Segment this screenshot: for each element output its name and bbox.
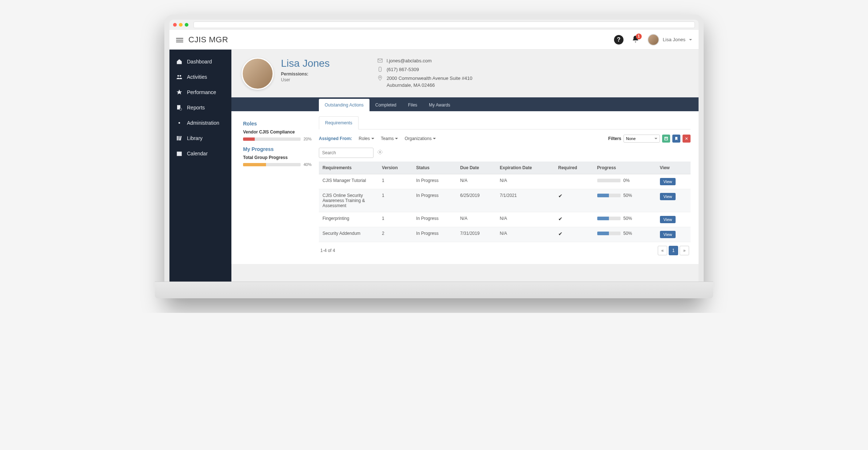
dropdown-teams[interactable]: Teams (381, 136, 398, 141)
filter-clear-button[interactable] (683, 135, 691, 143)
cell-name: CJIS Online Security Awareness Training … (319, 189, 378, 212)
svg-rect-10 (379, 67, 382, 71)
svg-point-4 (179, 122, 180, 124)
col-expiration-date[interactable]: Expiration Date (496, 162, 555, 174)
col-requirements[interactable]: Requirements (319, 162, 378, 174)
svg-rect-9 (378, 59, 382, 62)
tab-files[interactable]: Files (402, 99, 423, 111)
filter-bookmark-button[interactable] (672, 135, 680, 143)
pager-prev[interactable]: « (658, 246, 667, 255)
filter-save-button[interactable] (662, 135, 670, 143)
sidebar-item-label: Library (187, 135, 203, 141)
cell-view: View (656, 212, 691, 227)
col-status[interactable]: Status (413, 162, 457, 174)
cell-version: 1 (378, 174, 413, 189)
tab-outstanding-actions[interactable]: Outstanding Actions (319, 99, 370, 111)
people-icon (176, 74, 183, 80)
view-button[interactable]: View (660, 178, 676, 185)
sidebar-item-administration[interactable]: Administration (169, 115, 231, 131)
search-input[interactable] (319, 148, 374, 158)
cell-progress: 50% (594, 227, 656, 242)
home-icon (176, 58, 183, 65)
cell-version: 2 (378, 227, 413, 242)
svg-point-13 (379, 151, 381, 153)
subtab-requirements[interactable]: Requirements (319, 116, 359, 129)
url-bar[interactable] (193, 22, 695, 28)
star-icon (176, 89, 183, 96)
chevron-down-icon (654, 138, 657, 141)
cell-status: In Progress (413, 174, 457, 189)
view-button[interactable]: View (660, 216, 676, 223)
chevron-down-icon (395, 138, 398, 141)
pager: « 1 » (658, 246, 689, 255)
sidebar-item-library[interactable]: Library (169, 131, 231, 146)
assigned-from-label: Assigned From: (319, 136, 352, 141)
profile-address2: Auburndale, MA 02466 (387, 82, 435, 88)
window-max-dot[interactable] (185, 23, 188, 27)
location-icon (377, 75, 383, 81)
requirements-table: Requirements Version Status Due Date Exp… (319, 162, 691, 242)
col-progress[interactable]: Progress (594, 162, 656, 174)
user-menu[interactable]: Lisa Jones (648, 34, 692, 46)
sidebar-item-label: Dashboard (187, 59, 212, 65)
svg-rect-12 (665, 137, 668, 140)
cell-due: 6/25/2019 (457, 189, 496, 212)
view-button[interactable]: View (660, 231, 676, 238)
role-progress-pct: 20% (304, 137, 312, 141)
cell-due: N/A (457, 212, 496, 227)
hamburger-icon[interactable] (176, 37, 183, 43)
sidebar-item-label: Activities (187, 74, 207, 80)
svg-rect-7 (180, 136, 181, 140)
sidebar-item-dashboard[interactable]: Dashboard (169, 54, 231, 69)
notification-badge: 1 (636, 34, 642, 39)
check-icon: ✔ (558, 193, 563, 199)
sidebar-item-calendar[interactable]: Calendar (169, 146, 231, 161)
cell-due: N/A (457, 174, 496, 189)
tab-completed[interactable]: Completed (370, 99, 402, 111)
view-button[interactable]: View (660, 193, 676, 200)
col-required[interactable]: Required (555, 162, 594, 174)
close-icon (685, 137, 688, 140)
sidebar-item-reports[interactable]: Reports (169, 100, 231, 115)
cell-name: CJIS Manager Tutorial (319, 174, 378, 189)
group-progress-bar (243, 163, 301, 166)
group-progress-label: Total Group Progress (243, 155, 312, 160)
help-icon[interactable]: ? (614, 35, 623, 44)
cell-required: ✔ (555, 189, 594, 212)
dropdown-organizations[interactable]: Organizations (404, 136, 436, 141)
svg-rect-6 (179, 136, 180, 140)
col-due-date[interactable]: Due Date (457, 162, 496, 174)
dropdown-roles[interactable]: Roles (359, 136, 374, 141)
library-icon (176, 135, 183, 141)
my-progress-heading: My Progress (243, 146, 312, 152)
cell-progress: 50% (594, 189, 656, 212)
sidebar-item-performance[interactable]: Performance (169, 85, 231, 100)
pager-page-1[interactable]: 1 (669, 246, 678, 255)
profile-avatar (242, 58, 274, 90)
sidebar-item-activities[interactable]: Activities (169, 69, 231, 85)
settings-icon[interactable] (377, 149, 383, 156)
window-close-dot[interactable] (173, 23, 177, 27)
check-icon: ✔ (558, 231, 563, 237)
col-version[interactable]: Version (378, 162, 413, 174)
pager-next[interactable]: » (680, 246, 689, 255)
svg-point-3 (180, 108, 182, 110)
user-name: Lisa Jones (663, 37, 685, 42)
table-row: Security Addendum2In Progress7/31/2019N/… (319, 227, 691, 242)
cell-status: In Progress (413, 189, 457, 212)
roles-heading: Roles (243, 121, 312, 127)
tab-my-awards[interactable]: My Awards (423, 99, 456, 111)
cell-exp: N/A (496, 227, 555, 242)
col-view[interactable]: View (656, 162, 691, 174)
sidebar-item-label: Calendar (187, 151, 208, 156)
notifications-bell[interactable]: 1 (632, 35, 640, 44)
cell-version: 1 (378, 189, 413, 212)
table-row: CJIS Manager Tutorial1In ProgressN/AN/A0… (319, 174, 691, 189)
cell-exp: 7/1/2021 (496, 189, 555, 212)
role-name: Vendor CJIS Compliance (243, 129, 312, 135)
filters-select[interactable]: None (623, 135, 660, 143)
window-min-dot[interactable] (179, 23, 183, 27)
cell-version: 1 (378, 212, 413, 227)
cell-progress: 50% (594, 212, 656, 227)
cell-name: Security Addendum (319, 227, 378, 242)
